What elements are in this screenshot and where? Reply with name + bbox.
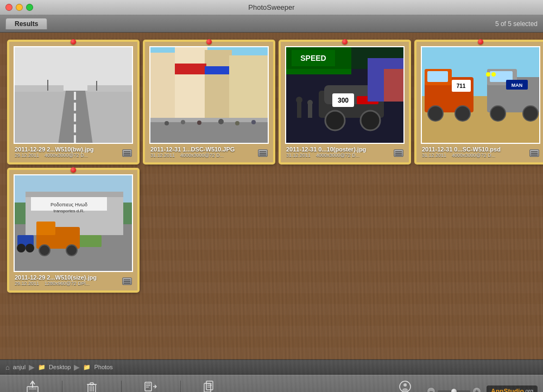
close-button[interactable]: [5, 4, 12, 11]
svg-rect-41: [297, 102, 301, 118]
take-out-of-box-button[interactable]: Take out of Box: [5, 377, 60, 393]
svg-rect-14: [175, 47, 207, 118]
svg-rect-73: [36, 222, 55, 235]
maximize-button[interactable]: [26, 4, 33, 11]
photo-menu-icon[interactable]: [394, 149, 403, 157]
zoom-slider[interactable]: [438, 390, 470, 393]
svg-rect-18: [205, 66, 229, 74]
svg-rect-7: [74, 135, 76, 143]
photo-frame: Ροδοπιευς Ηνωδ transportes d.R.: [14, 174, 133, 272]
zoom-out-button[interactable]: −: [427, 387, 435, 393]
window-title: PhotoSweeper: [248, 3, 294, 11]
svg-text:SPEED: SPEED: [300, 54, 326, 62]
results-tab[interactable]: Results: [5, 18, 47, 29]
svg-rect-49: [427, 71, 448, 82]
photo-filename: 2011-12-29 2...W510(size).jpg: [15, 274, 132, 281]
take-out-icon: [25, 379, 40, 392]
main-content: 2011-12-29 2...W510(bw).jpg 29.12.2011 4…: [0, 33, 543, 359]
photo-info: 2011-12-31 0...SC-W510.psd 31.12.2011 40…: [421, 144, 540, 159]
photo-truck-image: 711 MAN: [422, 47, 540, 144]
folder-icon: 📁: [38, 364, 46, 371]
quick-look-button[interactable]: Quick Look: [383, 377, 427, 393]
divider: [62, 381, 62, 393]
photo-menu-icon[interactable]: [258, 149, 268, 157]
svg-point-100: [402, 388, 408, 391]
photo-card[interactable]: 711 MAN 2011-12: [415, 41, 543, 163]
photo-frame: [14, 46, 133, 144]
photo-grid: 2011-12-29 2...W510(bw).jpg 29.12.2011 4…: [5, 38, 538, 294]
photo-info: 2011-12-31 1...DSC-W510.JPG 31.12.2011 4…: [149, 144, 269, 159]
folder-icon-2: 📁: [83, 364, 91, 371]
photo-menu-icon[interactable]: [529, 149, 539, 157]
nav-photos[interactable]: Photos: [94, 364, 112, 370]
photo-info: 2011-12-29 2...W510(size).jpg 29.12.2011…: [14, 272, 133, 287]
minimize-button[interactable]: [16, 4, 23, 11]
svg-rect-15: [205, 50, 232, 118]
photo-menu-icon[interactable]: [122, 149, 132, 157]
photo-card[interactable]: 2011-12-29 2...W510(bw).jpg 29.12.2011 4…: [8, 41, 138, 163]
photo-card[interactable]: SPEED 300: [280, 41, 410, 163]
zoom-thumb: [451, 389, 457, 393]
svg-text:MAN: MAN: [512, 83, 523, 88]
svg-rect-3: [74, 92, 76, 100]
svg-rect-17: [175, 64, 206, 74]
photo-filename: 2011-12-29 2...W510(bw).jpg: [15, 146, 132, 153]
svg-point-61: [486, 72, 490, 77]
svg-text:300: 300: [338, 97, 349, 104]
svg-rect-4: [74, 103, 76, 111]
home-icon: ⌂: [5, 363, 10, 371]
selected-count: 5 of 5 selected: [495, 20, 538, 28]
nav-desktop[interactable]: Desktop: [49, 364, 71, 370]
svg-rect-91: [146, 387, 149, 388]
window-controls[interactable]: [5, 4, 33, 11]
photo-frame: [149, 46, 269, 144]
svg-rect-84: [90, 383, 93, 385]
svg-point-57: [490, 106, 506, 121]
copy-rename-button[interactable]: Copy & Rename: [183, 377, 237, 393]
move-rename-button[interactable]: Move & Rename: [124, 377, 178, 393]
svg-rect-96: [207, 385, 212, 386]
svg-point-58: [523, 106, 538, 121]
svg-point-78: [26, 244, 34, 252]
svg-point-26: [251, 120, 256, 124]
svg-rect-8: [15, 85, 64, 92]
svg-point-74: [39, 245, 50, 256]
photo-menu-icon[interactable]: [122, 277, 132, 285]
zoom-in-button[interactable]: +: [472, 387, 481, 393]
svg-point-77: [17, 244, 26, 252]
svg-rect-6: [74, 124, 76, 132]
toolbar: Results 5 of 5 selected: [0, 15, 543, 33]
svg-point-51: [455, 106, 470, 121]
svg-rect-66: [26, 192, 123, 197]
move-to-trash-button[interactable]: Move to Trash: [65, 377, 119, 393]
photo-card[interactable]: 2011-12-31 1...DSC-W510.JPG 31.12.2011 4…: [144, 41, 274, 163]
nav-user[interactable]: anjul: [13, 364, 26, 370]
svg-point-23: [197, 121, 201, 125]
svg-rect-89: [146, 383, 150, 384]
svg-rect-43: [308, 104, 312, 118]
photo-meta: 31.12.2011 4000x3000@72 D...: [422, 153, 539, 158]
photo-filename: 2011-12-31 0...SC-W510.psd: [422, 146, 539, 153]
move-rename-icon: [143, 379, 159, 392]
svg-point-99: [403, 383, 407, 387]
svg-point-21: [165, 121, 169, 125]
app-studio-badge: AppStudio .org: [487, 385, 538, 393]
svg-text:transportes d.R.: transportes d.R.: [54, 208, 85, 213]
svg-rect-97: [207, 387, 210, 388]
svg-point-62: [491, 72, 496, 77]
svg-point-42: [296, 97, 302, 103]
photo-street-image: [150, 47, 269, 144]
photo-card[interactable]: Ροδοπιευς Ηνωδ transportes d.R.: [8, 169, 138, 292]
pin-icon: [342, 39, 348, 45]
nav-bar: ⌂ anjul ▶ 📁 Desktop ▶ 📁 Photos: [0, 359, 543, 375]
title-bar: PhotoSweeper: [0, 0, 543, 15]
pin-icon: [71, 167, 76, 173]
photo-meta: 31.12.2011 4000x3000@72 D...: [150, 153, 268, 158]
svg-rect-16: [229, 55, 269, 118]
svg-point-35: [361, 111, 380, 130]
action-bar: Take out of Box Move to Trash: [0, 375, 543, 392]
svg-point-34: [325, 111, 345, 130]
photo-frame: 711 MAN: [421, 46, 540, 144]
divider: [180, 381, 181, 393]
svg-point-75: [66, 245, 77, 256]
